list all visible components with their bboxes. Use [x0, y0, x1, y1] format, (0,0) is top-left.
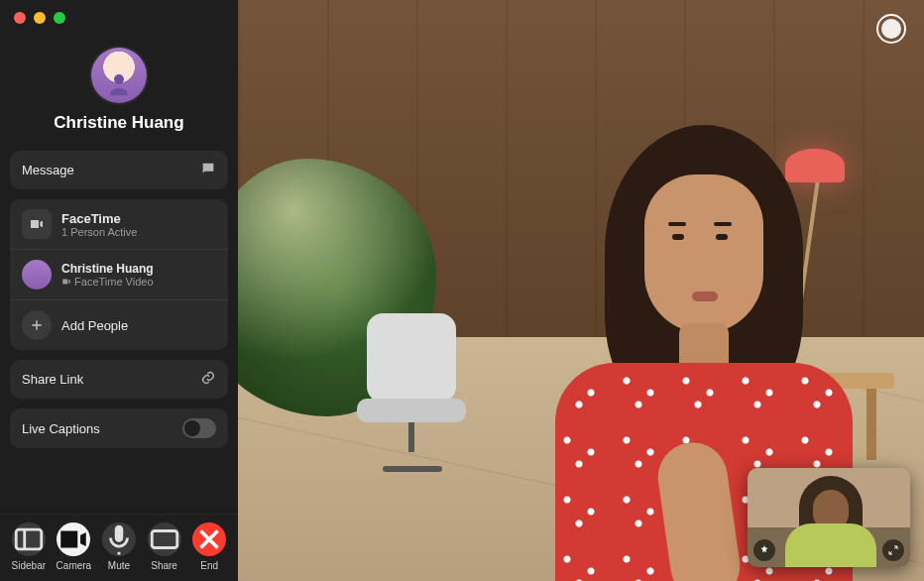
svg-rect-1	[152, 531, 177, 548]
camera-button-label: Camera	[57, 560, 92, 571]
plus-icon	[22, 310, 52, 340]
share-link-card[interactable]: Share Link	[10, 360, 228, 399]
contact-avatar[interactable]	[91, 48, 147, 103]
share-link-label: Share Link	[22, 372, 83, 387]
pip-expand-button[interactable]	[882, 539, 904, 561]
link-icon	[200, 370, 216, 389]
window-controls	[14, 12, 65, 24]
live-captions-card: Live Captions	[10, 408, 228, 448]
participant-name: Christine Huang	[61, 262, 154, 276]
remote-video	[238, 0, 924, 581]
pip-effects-button[interactable]	[753, 539, 775, 561]
svg-rect-0	[16, 529, 42, 549]
add-people-row[interactable]: Add People	[10, 299, 228, 350]
share-button-label: Share	[151, 560, 177, 571]
add-people-label: Add People	[61, 318, 128, 333]
participant-avatar	[22, 260, 52, 290]
mute-button-label: Mute	[108, 560, 130, 571]
call-header-row[interactable]: FaceTime 1 Person Active	[10, 199, 228, 249]
camera-button[interactable]: Camera	[52, 523, 95, 571]
message-label: Message	[22, 163, 74, 177]
mute-button[interactable]: Mute	[97, 523, 141, 571]
share-button[interactable]: Share	[143, 523, 186, 571]
window-minimize-button[interactable]	[34, 12, 46, 24]
window-close-button[interactable]	[14, 12, 26, 24]
call-sidebar: Christine Huang Message FaceTime 1 Perso…	[0, 0, 238, 581]
call-title: FaceTime	[61, 211, 137, 226]
end-button-label: End	[200, 560, 218, 571]
contact-name: Christine Huang	[54, 113, 183, 133]
participant-row[interactable]: Christine Huang FaceTime Video	[10, 249, 228, 299]
message-icon	[200, 161, 216, 179]
call-subtitle: 1 Person Active	[61, 226, 137, 238]
sidebar-button-label: Sidebar	[12, 560, 46, 571]
live-captions-toggle[interactable]	[182, 418, 216, 438]
call-toolbar: Sidebar Camera Mute Share End	[0, 514, 238, 581]
facetime-icon	[22, 209, 52, 239]
live-captions-label: Live Captions	[22, 421, 100, 436]
live-photo-button[interactable]	[876, 14, 906, 44]
participant-status: FaceTime Video	[61, 276, 154, 288]
sidebar-button[interactable]: Sidebar	[7, 523, 51, 571]
window-fullscreen-button[interactable]	[54, 12, 65, 24]
end-button[interactable]: End	[187, 523, 231, 571]
self-view[interactable]	[748, 468, 910, 567]
message-card[interactable]: Message	[10, 151, 228, 189]
call-card: FaceTime 1 Person Active Christine Huang…	[10, 199, 228, 350]
